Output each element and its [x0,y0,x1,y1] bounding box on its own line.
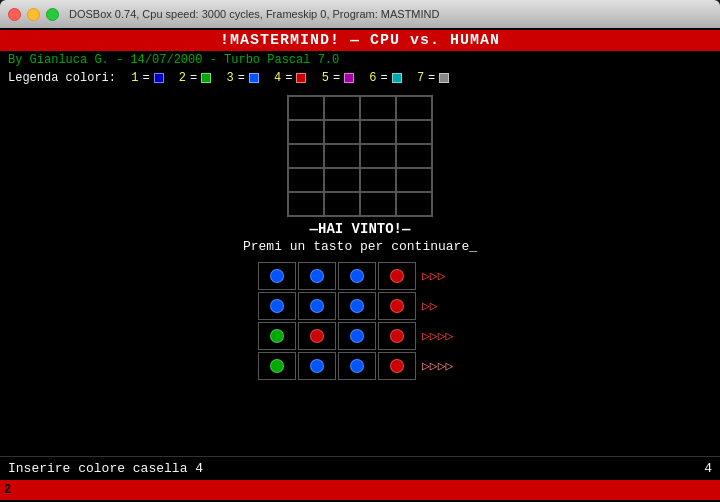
leg-color-6 [392,73,402,83]
grid-cell [288,96,324,120]
feedback-row2: ▷▷ [422,298,462,314]
grid-cell [360,168,396,192]
legend-line: Legenda colori: 1 = 2 = 3 = 4 = 5 = 6 = … [0,69,720,87]
peg-blue [350,329,364,343]
top-grid [287,95,433,217]
peg-blue [310,269,324,283]
grid-cell [360,120,396,144]
peg-blue [350,269,364,283]
peg-cell [298,262,336,290]
grid-cell [324,192,360,216]
peg-cell [378,292,416,320]
grid-cell [396,120,432,144]
feedback-row1: ▷▷▷ [422,268,462,284]
grid-cell [288,192,324,216]
peg-cell [258,292,296,320]
peg-blue [350,359,364,373]
win-message: —HAI VINTO!— [310,221,411,237]
table-row: ▷▷▷▷ [258,352,462,380]
status-bar: Inserire colore casella 4 4 [0,456,720,480]
title-bar: DOSBox 0.74, Cpu speed: 3000 cycles, Fra… [0,0,720,28]
window-title: DOSBox 0.74, Cpu speed: 3000 cycles, Fra… [69,8,439,20]
grid-cell [324,120,360,144]
grid-cell [288,168,324,192]
close-button[interactable] [8,8,21,21]
peg-cell [298,352,336,380]
peg-cell [298,292,336,320]
peg-green [270,359,284,373]
peg-red [390,299,404,313]
peg-cell [378,322,416,350]
leg-num-1: 1 [131,71,138,85]
peg-cell [378,352,416,380]
grid-cell [360,96,396,120]
peg-blue [310,299,324,313]
peg-red [390,329,404,343]
table-row: ▷▷▷ [258,262,462,290]
grid-cell [360,144,396,168]
peg-red [390,359,404,373]
grid-cell [324,96,360,120]
peg-cell [338,352,376,380]
dos-screen: !MASTERMIND! — CPU vs. HUMAN By Gianluca… [0,28,720,502]
peg-cell [338,292,376,320]
red-bottom-bar: 2 [0,480,720,500]
peg-cell [338,322,376,350]
grid-cell [396,96,432,120]
grid-cell [396,168,432,192]
traffic-lights [8,8,59,21]
maximize-button[interactable] [46,8,59,21]
peg-red [390,269,404,283]
minimize-button[interactable] [27,8,40,21]
grid-cell [324,168,360,192]
peg-blue [310,359,324,373]
bottom-value: 2 [4,483,11,497]
grid-cell [288,120,324,144]
grid-cell [396,192,432,216]
leg-color-4 [296,73,306,83]
win-border: —HAI VINTO!— [310,221,411,237]
feedback-row3: ▷▷▷▷ [422,328,462,344]
leg-color-7 [439,73,449,83]
table-row: ▷▷ [258,292,462,320]
legend-label: Legenda colori: [8,71,116,85]
peg-cell [298,322,336,350]
grid-cell [324,144,360,168]
leg-color-5 [344,73,354,83]
leg-color-2 [201,73,211,83]
grid-cell [360,192,396,216]
game-title: !MASTERMIND! — CPU vs. HUMAN [0,30,720,51]
peg-red [310,329,324,343]
peg-cell [258,352,296,380]
grid-cell [396,144,432,168]
peg-cell [338,262,376,290]
peg-cell [258,322,296,350]
status-number: 4 [704,461,712,476]
grid-cell [288,144,324,168]
peg-cell [378,262,416,290]
leg-color-3 [249,73,259,83]
main-content: —HAI VINTO!— Premi un tasto per continua… [0,87,720,456]
peg-blue [350,299,364,313]
info-line: By Gianluca G. - 14/07/2000 - Turbo Pasc… [0,51,720,69]
leg-color-1 [154,73,164,83]
status-text: Inserire colore casella 4 [8,461,704,476]
continue-message: Premi un tasto per continuare_ [243,239,477,254]
peg-blue [270,299,284,313]
feedback-row4: ▷▷▷▷ [422,358,462,374]
peg-cell [258,262,296,290]
peg-green [270,329,284,343]
peg-blue [270,269,284,283]
game-grid: ▷▷▷ ▷▷ ▷▷▷▷ [258,262,462,380]
table-row: ▷▷▷▷ [258,322,462,350]
